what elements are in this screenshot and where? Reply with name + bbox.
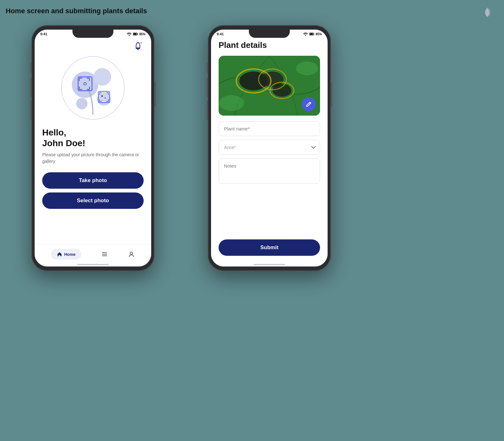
phone2-side-btn	[207, 63, 208, 73]
details-screen: 9:41 85% Plant det	[211, 30, 328, 266]
notes-textarea[interactable]	[219, 158, 320, 184]
area-select[interactable]: Area*	[219, 140, 320, 155]
svg-point-19	[130, 252, 133, 255]
take-photo-button[interactable]: Take photo	[42, 172, 144, 189]
select-photo-button[interactable]: Select photo	[42, 192, 144, 209]
home-screen: 9:41 85%	[35, 30, 151, 266]
phone1-screen: 9:41 85%	[35, 30, 151, 266]
phone2-screen: 9:41 85% Plant det	[211, 30, 328, 266]
status-icons-2: 85%	[303, 32, 322, 36]
profile-icon	[128, 251, 135, 258]
svg-point-0	[129, 35, 129, 36]
phone2-notch	[249, 30, 290, 38]
phone1-vol-up-btn	[30, 78, 32, 97]
details-content: Plant details	[211, 37, 328, 235]
battery-icon	[133, 32, 138, 36]
submit-button[interactable]: Submit	[219, 239, 320, 256]
svg-rect-16	[102, 252, 107, 253]
area-select-wrap: Area*	[219, 140, 320, 155]
wifi-icon-2	[303, 32, 308, 36]
plant-photo	[219, 56, 320, 116]
battery-pct-2: 85%	[316, 32, 322, 36]
status-time-1: 9:41	[40, 32, 47, 36]
phone1-power-btn	[154, 82, 156, 107]
home-indicator-2	[254, 264, 285, 265]
plant-illustration	[60, 55, 126, 121]
nav-home[interactable]: Home	[51, 249, 81, 260]
subtitle-text: Please upload your picture through the c…	[42, 152, 144, 165]
battery-icon-2	[309, 32, 314, 36]
status-time-2: 9:41	[217, 32, 224, 36]
svg-point-8	[94, 68, 111, 86]
svg-point-20	[305, 35, 306, 36]
svg-rect-22	[314, 33, 314, 35]
svg-point-14	[101, 95, 103, 97]
list-icon	[101, 251, 108, 258]
nav-list[interactable]	[101, 251, 108, 258]
bottom-nav: Home	[35, 244, 151, 262]
bell-area	[42, 40, 144, 52]
wifi-icon	[127, 32, 132, 36]
phone2-vol-up-btn	[207, 78, 208, 97]
svg-point-32	[296, 61, 318, 75]
svg-rect-17	[102, 254, 107, 255]
battery-pct-1: 85%	[139, 32, 146, 36]
phone2-vol-down-btn	[207, 101, 208, 120]
pencil-icon	[306, 101, 312, 107]
svg-rect-3	[133, 33, 136, 35]
edit-photo-button[interactable]	[302, 97, 316, 111]
phone1-side-btn	[30, 63, 32, 73]
details-bottom: Submit	[211, 235, 328, 262]
nav-home-label: Home	[64, 252, 76, 257]
logo-icon	[481, 6, 495, 20]
greeting-text: Hello,John Doe!	[42, 127, 144, 148]
home-icon	[57, 251, 62, 257]
svg-point-4	[137, 49, 139, 50]
nav-profile[interactable]	[128, 251, 135, 258]
phone2-power-btn	[331, 82, 332, 107]
home-content: Hello,John Doe! Please upload your pictu…	[35, 37, 151, 244]
notification-bell[interactable]	[132, 40, 144, 52]
status-icons-1: 85%	[127, 32, 146, 36]
bell-dot	[140, 42, 142, 44]
phone1-device: 9:41 85%	[32, 25, 154, 271]
svg-point-9	[97, 92, 111, 106]
details-title: Plant details	[219, 40, 320, 50]
phone2-device: 9:41 85% Plant det	[208, 25, 331, 271]
plant-name-input[interactable]	[219, 121, 320, 136]
home-indicator-1	[77, 264, 109, 265]
svg-rect-23	[310, 33, 313, 35]
svg-point-15	[105, 97, 106, 99]
page-title: Home screen and submitting plants detail…	[6, 7, 147, 15]
phone1-notch	[72, 30, 113, 38]
svg-point-31	[219, 95, 244, 111]
svg-point-27	[272, 84, 291, 97]
svg-rect-18	[102, 255, 107, 256]
svg-rect-2	[137, 33, 138, 35]
svg-point-10	[76, 98, 88, 109]
phone1-vol-down-btn	[30, 101, 32, 120]
